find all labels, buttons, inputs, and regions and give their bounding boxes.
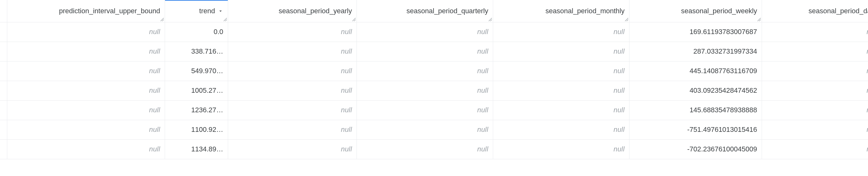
table-row[interactable]: null1236.27…nullnullnull145.688354789388… bbox=[0, 100, 868, 120]
cell-seasonal_period_daily[interactable]: null bbox=[762, 22, 868, 42]
null-value: null bbox=[12, 28, 160, 36]
null-value: null bbox=[361, 28, 489, 36]
svg-line-8 bbox=[625, 18, 628, 21]
null-value: null bbox=[498, 47, 625, 56]
cell-seasonal_period_weekly[interactable]: -751.49761013015416 bbox=[629, 120, 762, 139]
cell-seasonal_period_yearly[interactable]: null bbox=[228, 22, 356, 42]
row-lead-sliver bbox=[0, 100, 7, 120]
column-resize-handle-icon[interactable] bbox=[351, 17, 356, 22]
column-header-seasonal_period_daily[interactable]: seasonal_period_daily bbox=[762, 0, 868, 22]
cell-seasonal_period_daily[interactable]: null bbox=[762, 100, 868, 120]
column-header-label: seasonal_period_quarterly bbox=[406, 7, 488, 15]
cell-trend[interactable]: 1100.92… bbox=[165, 120, 228, 139]
cell-seasonal_period_yearly[interactable]: null bbox=[228, 120, 356, 139]
column-header-label: seasonal_period_weekly bbox=[681, 7, 757, 15]
cell-trend[interactable]: 1005.27… bbox=[165, 81, 228, 100]
cell-seasonal_period_weekly[interactable]: -702.23676100045009 bbox=[629, 139, 762, 159]
row-lead-sliver bbox=[0, 61, 7, 81]
svg-line-1 bbox=[162, 20, 164, 21]
cell-prediction_interval_upper_bound[interactable]: null bbox=[7, 139, 165, 159]
cell-seasonal_period_quarterly[interactable]: null bbox=[356, 22, 493, 42]
data-table: prediction_interval_upper_boundtrendseas… bbox=[0, 0, 868, 159]
column-resize-handle-icon[interactable] bbox=[624, 17, 628, 22]
svg-line-4 bbox=[352, 18, 355, 21]
column-resize-handle-icon[interactable] bbox=[160, 17, 164, 22]
table-row[interactable]: null1100.92…nullnullnull-751.49761013015… bbox=[0, 120, 868, 139]
column-header-label: trend bbox=[199, 7, 215, 15]
null-value: null bbox=[766, 28, 868, 36]
column-header-seasonal_period_yearly[interactable]: seasonal_period_yearly bbox=[228, 0, 356, 22]
cell-seasonal_period_weekly[interactable]: 403.09235428474562 bbox=[629, 81, 762, 100]
null-value: null bbox=[232, 47, 352, 56]
cell-seasonal_period_daily[interactable]: null bbox=[762, 42, 868, 61]
cell-seasonal_period_quarterly[interactable]: null bbox=[356, 61, 493, 81]
cell-seasonal_period_daily[interactable]: null bbox=[762, 61, 868, 81]
cell-seasonal_period_weekly[interactable]: 145.68835478938888 bbox=[629, 100, 762, 120]
cell-seasonal_period_weekly[interactable]: 169.61193783007687 bbox=[629, 22, 762, 42]
cell-seasonal_period_yearly[interactable]: null bbox=[228, 61, 356, 81]
cell-trend[interactable]: 1134.89… bbox=[165, 139, 228, 159]
cell-seasonal_period_weekly[interactable]: 287.0332731997334 bbox=[629, 42, 762, 61]
table-row[interactable]: null1134.89…nullnullnull-702.23676100045… bbox=[0, 139, 868, 159]
cell-seasonal_period_monthly[interactable]: null bbox=[493, 61, 629, 81]
cell-value: 169.61193783007687 bbox=[634, 28, 757, 36]
cell-trend[interactable]: 549.970… bbox=[165, 61, 228, 81]
sort-descending-icon[interactable] bbox=[218, 8, 223, 14]
cell-seasonal_period_quarterly[interactable]: null bbox=[356, 120, 493, 139]
cell-prediction_interval_upper_bound[interactable]: null bbox=[7, 120, 165, 139]
column-resize-handle-icon[interactable] bbox=[223, 17, 227, 22]
table-row[interactable]: null549.970…nullnullnull445.140877631167… bbox=[0, 61, 868, 81]
cell-trend[interactable]: 338.716… bbox=[165, 42, 228, 61]
cell-seasonal_period_monthly[interactable]: null bbox=[493, 120, 629, 139]
cell-prediction_interval_upper_bound[interactable]: null bbox=[7, 42, 165, 61]
column-header-label: seasonal_period_yearly bbox=[279, 7, 352, 15]
row-lead-sliver bbox=[0, 81, 7, 100]
column-header-trend[interactable]: trend bbox=[165, 0, 228, 22]
column-resize-handle-icon[interactable] bbox=[756, 17, 761, 22]
cell-seasonal_period_yearly[interactable]: null bbox=[228, 139, 356, 159]
row-lead-sliver bbox=[0, 22, 7, 42]
cell-seasonal_period_daily[interactable]: null bbox=[762, 139, 868, 159]
cell-seasonal_period_monthly[interactable]: null bbox=[493, 42, 629, 61]
cell-seasonal_period_monthly[interactable]: null bbox=[493, 81, 629, 100]
cell-trend[interactable]: 1236.27… bbox=[165, 100, 228, 120]
svg-line-0 bbox=[161, 18, 164, 21]
cell-seasonal_period_monthly[interactable]: null bbox=[493, 139, 629, 159]
cell-seasonal_period_quarterly[interactable]: null bbox=[356, 139, 493, 159]
cell-prediction_interval_upper_bound[interactable]: null bbox=[7, 81, 165, 100]
cell-seasonal_period_yearly[interactable]: null bbox=[228, 42, 356, 61]
cell-prediction_interval_upper_bound[interactable]: null bbox=[7, 100, 165, 120]
cell-trend[interactable]: 0.0 bbox=[165, 22, 228, 42]
svg-line-3 bbox=[225, 20, 227, 21]
cell-seasonal_period_yearly[interactable]: null bbox=[228, 81, 356, 100]
cell-seasonal_period_weekly[interactable]: 445.14087763116709 bbox=[629, 61, 762, 81]
header-lead-sliver bbox=[0, 0, 7, 22]
cell-prediction_interval_upper_bound[interactable]: null bbox=[7, 61, 165, 81]
null-value: null bbox=[498, 126, 625, 134]
null-value: null bbox=[232, 86, 352, 95]
cell-seasonal_period_daily[interactable]: null bbox=[762, 81, 868, 100]
null-value: null bbox=[232, 145, 352, 153]
cell-seasonal_period_quarterly[interactable]: null bbox=[356, 100, 493, 120]
cell-seasonal_period_quarterly[interactable]: null bbox=[356, 81, 493, 100]
row-lead-sliver bbox=[0, 120, 7, 139]
cell-seasonal_period_daily[interactable]: null bbox=[762, 120, 868, 139]
cell-seasonal_period_monthly[interactable]: null bbox=[493, 100, 629, 120]
table-row[interactable]: null338.716…nullnullnull287.033273199733… bbox=[0, 42, 868, 61]
null-value: null bbox=[12, 47, 160, 56]
header-row: prediction_interval_upper_boundtrendseas… bbox=[0, 0, 868, 22]
row-lead-sliver bbox=[0, 42, 7, 61]
cell-seasonal_period_yearly[interactable]: null bbox=[228, 100, 356, 120]
null-value: null bbox=[232, 126, 352, 134]
cell-seasonal_period_monthly[interactable]: null bbox=[493, 22, 629, 42]
cell-prediction_interval_upper_bound[interactable]: null bbox=[7, 22, 165, 42]
column-header-seasonal_period_weekly[interactable]: seasonal_period_weekly bbox=[629, 0, 762, 22]
table-row[interactable]: null1005.27…nullnullnull403.092354284745… bbox=[0, 81, 868, 100]
column-resize-handle-icon[interactable] bbox=[488, 17, 492, 22]
null-value: null bbox=[766, 86, 868, 95]
column-header-seasonal_period_monthly[interactable]: seasonal_period_monthly bbox=[493, 0, 629, 22]
column-header-seasonal_period_quarterly[interactable]: seasonal_period_quarterly bbox=[356, 0, 493, 22]
cell-seasonal_period_quarterly[interactable]: null bbox=[356, 42, 493, 61]
column-header-prediction_interval_upper_bound[interactable]: prediction_interval_upper_bound bbox=[7, 0, 165, 22]
table-row[interactable]: null0.0nullnullnull169.61193783007687nul… bbox=[0, 22, 868, 42]
